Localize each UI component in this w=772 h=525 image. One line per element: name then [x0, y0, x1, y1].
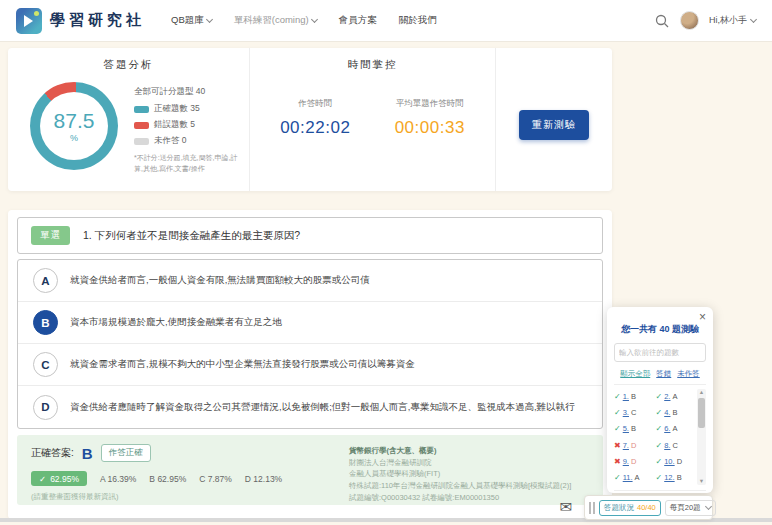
nav-item-about[interactable]: 關於我們	[399, 14, 437, 27]
rate-d: D 12.13%	[245, 474, 282, 484]
result-mark-icon: ✖	[614, 457, 621, 466]
nav-menu: QB題庫 單科練習(coming) 會員方案 關於我們	[171, 14, 437, 27]
question-nav-item-8[interactable]: ✓ 8. C	[656, 438, 698, 452]
option-a-text: 就資金供給者而言,一般個人資金有限,無法購買面額較大的股票或公司債	[70, 274, 370, 287]
legend-label: 未作答 0	[154, 135, 187, 147]
answer-status-button[interactable]: 答題狀況 40/40	[599, 500, 661, 516]
question-card: 單選 1. 下列何者並不是間接金融產生的最主要原因? A 就資金供給者而言,一般…	[8, 210, 612, 519]
question-nav-item-9[interactable]: ✖ 9. D	[614, 455, 656, 469]
result-mark-icon: ✓	[656, 473, 663, 482]
stats-card: 答題分析 87.5 % 全部可計分題型 40 正確題數 35 錯誤題數 5	[8, 48, 612, 191]
answer-status-badge: 作答正確	[101, 444, 151, 462]
option-b[interactable]: B 資本市場規模過於龐大,使間接金融業者有立足之地	[18, 302, 602, 344]
user-avatar[interactable]	[680, 11, 699, 30]
scroll-up-icon[interactable]: ▲	[699, 390, 704, 396]
result-mark-icon: ✖	[614, 441, 621, 450]
question-link[interactable]: 5.	[623, 424, 629, 433]
goto-question-input[interactable]	[614, 343, 706, 362]
question-nav-item-1[interactable]: ✓ 1. B	[614, 389, 656, 403]
question-list: ✓ 1. B ✓ 2. A ✓ 3. C ✓ 4. B ✓ 5.	[614, 389, 697, 485]
answer-letter: D	[677, 457, 682, 466]
question-nav-item-5[interactable]: ✓ 5. B	[614, 422, 656, 436]
panel-filters: 顯示全部 答錯 未作答	[614, 369, 706, 385]
question-link[interactable]: 11.	[623, 473, 633, 482]
options-list: A 就資金供給者而言,一般個人資金有限,無法購買面額較大的股票或公司債 B 資本…	[17, 259, 603, 429]
answer-letter: D	[631, 457, 636, 466]
source-exam: 金融人員基礎學科測驗(FIT)	[349, 468, 571, 480]
drag-handle-icon[interactable]	[589, 502, 595, 514]
result-mark-icon: ✓	[656, 441, 663, 450]
legend-label: 正確題數 35	[154, 103, 200, 115]
search-icon[interactable]	[654, 13, 670, 29]
close-icon[interactable]: ×	[699, 311, 706, 323]
result-mark-icon: ✓	[614, 408, 621, 417]
answer-status-value: 40/40	[637, 503, 656, 512]
score-donut-chart: 87.5 %	[30, 82, 118, 170]
result-mark-icon: ✓	[656, 392, 663, 401]
question-nav-item-7[interactable]: ✖ 7. D	[614, 438, 656, 452]
nav-item-label: 關於我們	[399, 14, 437, 27]
legend-correct: 正確題數 35	[134, 103, 246, 115]
user-menu[interactable]: Hi,林小手	[709, 14, 756, 27]
filter-unanswered[interactable]: 未作答	[677, 369, 700, 379]
result-mark-icon: ✓	[656, 457, 663, 466]
question-link[interactable]: 4.	[664, 408, 670, 417]
question-nav-panel: × 您一共有 40 題測驗 顯示全部 答錯 未作答 ✓ 1. B ✓ 2. A …	[607, 307, 713, 493]
answer-letter: B	[631, 392, 636, 401]
source-special: 特殊試題:110年台灣金融研訓院金融人員基礎學科測驗[模擬試題(2)]	[349, 480, 571, 492]
nav-item-practice[interactable]: 單科練習(coming)	[234, 14, 317, 27]
question-nav-item-3[interactable]: ✓ 3. C	[614, 405, 656, 419]
correct-answer-label: 正確答案:	[31, 446, 74, 460]
chart-legend: 全部可計分題型 40 正確題數 35 錯誤題數 5 未作答 0 *不計分:送分題…	[134, 82, 246, 174]
scroll-down-icon[interactable]: ▼	[699, 479, 704, 485]
question-nav-item-2[interactable]: ✓ 2. A	[656, 389, 698, 403]
question-nav-item-11[interactable]: ✓ 11. A	[614, 471, 656, 485]
option-d[interactable]: D 資金供給者應隨時了解資金取得之公司其營運情況,以免被倒帳;但對一般個人而言,…	[18, 386, 602, 428]
option-c[interactable]: C 就資金需求者而言,規模不夠大的中小型企業無法直接發行股票或公司債以籌募資金	[18, 344, 602, 386]
question-nav-item-10[interactable]: ✓ 10. D	[656, 455, 698, 469]
result-section: 正確答案: B 作答正確 ✓ 62.95% A 16.39% B 62.95% …	[17, 435, 603, 505]
question-link[interactable]: 9.	[623, 457, 629, 466]
option-a[interactable]: A 就資金供給者而言,一般個人資金有限,無法購買面額較大的股票或公司債	[18, 260, 602, 302]
option-a-circle: A	[33, 268, 58, 293]
mail-icon[interactable]: ✉	[559, 499, 572, 514]
nav-item-membership[interactable]: 會員方案	[339, 14, 377, 27]
page-size-select[interactable]: 每頁20題	[665, 500, 716, 516]
total-time: 作答時間 00:22:02	[280, 98, 350, 138]
analysis-title: 答題分析	[8, 58, 249, 72]
question-link[interactable]: 10.	[664, 457, 674, 466]
filter-show-all[interactable]: 顯示全部	[620, 369, 650, 379]
panel-scrollbar[interactable]: ▲ ▼	[697, 389, 706, 485]
question-link[interactable]: 8.	[664, 441, 670, 450]
question-nav-item-6[interactable]: ✓ 6. A	[656, 422, 698, 436]
check-icon: ✓	[39, 474, 46, 484]
filter-wrong[interactable]: 答錯	[656, 369, 671, 379]
retry-test-button[interactable]: 重新測驗	[519, 110, 589, 140]
question-link[interactable]: 2.	[664, 392, 670, 401]
avg-time-label: 平均單題作答時間	[395, 98, 465, 110]
scroll-thumb[interactable]	[698, 398, 705, 428]
brand-logo-icon	[16, 8, 42, 34]
answer-letter: A	[672, 424, 677, 433]
user-name-label: Hi,林小手	[709, 14, 747, 27]
question-nav-item-4[interactable]: ✓ 4. B	[656, 405, 698, 419]
chevron-down-icon	[750, 15, 757, 22]
question-link[interactable]: 3.	[623, 408, 629, 417]
question-link[interactable]: 1.	[623, 392, 629, 401]
question-type-badge: 單選	[31, 226, 70, 245]
question-nav-item-12[interactable]: ✓ 12. B	[656, 471, 698, 485]
question-link[interactable]: 6.	[664, 424, 670, 433]
result-mark-icon: ✓	[614, 473, 621, 482]
answer-letter: D	[631, 441, 636, 450]
nav-right: Hi,林小手	[654, 11, 756, 30]
brand[interactable]: 學習研究社	[16, 8, 145, 34]
answer-letter: B	[631, 424, 636, 433]
answer-status-bar: 答題狀況 40/40 每頁20題	[584, 495, 713, 520]
answer-letter: B	[677, 473, 682, 482]
question-link[interactable]: 7.	[623, 441, 629, 450]
nav-item-label: 會員方案	[339, 14, 377, 27]
option-d-text: 資金供給者應隨時了解資金取得之公司其營運情況,以免被倒帳;但對一般個人而言,專業…	[70, 401, 575, 414]
nav-item-qb[interactable]: QB題庫	[171, 14, 212, 27]
source-subject: 貨幣銀行學(含大意、概要)	[349, 445, 571, 457]
question-link[interactable]: 12.	[664, 473, 674, 482]
